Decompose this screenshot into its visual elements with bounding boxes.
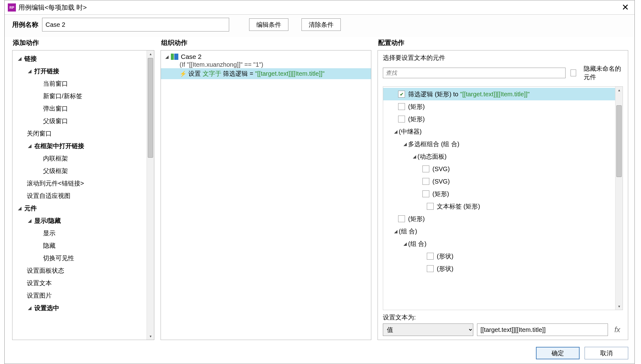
tree-scroll-to-anchor[interactable]: 滚动到元件<锚链接>	[14, 177, 154, 189]
chevron-down-icon[interactable]: ◢	[27, 140, 32, 152]
widget-rect-3[interactable]: (矩形)	[383, 188, 623, 200]
chevron-down-icon[interactable]: ◢	[17, 202, 22, 214]
value-type-select[interactable]: 值	[383, 323, 473, 336]
app-icon: RP	[8, 3, 16, 12]
widget-rect-1[interactable]: (矩形)	[383, 100, 623, 113]
case-name-label: Case 2	[181, 53, 202, 60]
checkbox-icon[interactable]	[427, 265, 434, 272]
fx-button[interactable]: fx	[612, 323, 623, 336]
cfg-scrollbar[interactable]: ▴ ▾	[615, 87, 623, 310]
chevron-down-icon[interactable]: ◢	[27, 214, 32, 227]
scroll-thumb[interactable]	[148, 58, 153, 158]
scroll-up-icon[interactable]: ▴	[615, 87, 623, 93]
hide-unnamed-label: 隐藏未命名的元件	[584, 65, 623, 81]
widget-dynamic-panel[interactable]: ◢(动态面板)	[383, 150, 623, 163]
widget-group-1[interactable]: ◢(组 合)	[383, 225, 623, 237]
set-text-label: 设置文本为:	[383, 313, 623, 322]
case-row[interactable]: ◢ Case 2	[161, 52, 371, 61]
widget-filter-logic[interactable]: 筛选逻辑 (矩形) to "[[target.text]][[Item.titl…	[383, 88, 623, 100]
widget-svg-1[interactable]: (SVG)	[383, 163, 623, 175]
checkbox-icon[interactable]	[422, 190, 429, 197]
action-row[interactable]: ⚡ 设置 文字于 筛选逻辑 = "[[target.text]][[Item.t…	[161, 68, 371, 79]
tree-hide[interactable]: 隐藏	[14, 239, 154, 252]
titlebar: RP 用例编辑<每项加载 时> ✕	[5, 0, 634, 14]
tree-adaptive-view[interactable]: 设置自适应视图	[14, 189, 154, 202]
tree-show-hide[interactable]: ◢ 显示/隐藏	[14, 214, 154, 227]
checkbox-icon[interactable]	[422, 178, 429, 185]
tree-set-text[interactable]: 设置文本	[14, 277, 154, 289]
widget-group-2[interactable]: ◢(组 合)	[383, 237, 623, 250]
scroll-thumb[interactable]	[616, 105, 622, 177]
col-config-action: 配置动作 选择要设置文本的元件 隐藏未命名的元件 筛选逻辑 (矩形) to "[…	[378, 37, 628, 340]
chevron-down-icon[interactable]: ◢	[402, 141, 408, 146]
scroll-down-icon[interactable]: ▾	[615, 303, 623, 310]
col3-header: 配置动作	[378, 37, 628, 50]
tree-link[interactable]: ◢ 链接	[14, 52, 154, 65]
clear-condition-button[interactable]: 清除条件	[301, 18, 341, 31]
widget-checkbox-group[interactable]: ◢多选框组合 (组 合)	[383, 138, 623, 150]
cfg-top: 选择要设置文本的元件 隐藏未命名的元件	[378, 50, 628, 84]
tree-popup[interactable]: 弹出窗口	[14, 102, 154, 115]
tree-parent-frame[interactable]: 父级框架	[14, 165, 154, 177]
widget-shape-2[interactable]: ◢(形状)	[383, 262, 623, 275]
case-name-input[interactable]	[42, 18, 229, 31]
tree-set-selected[interactable]: ◢ 设置选中	[14, 302, 154, 314]
col-add-action: 添加动作 ◢ 链接 ◢ 打开链接 当前窗口 新窗口/新标签 弹出窗口 父级窗口 …	[12, 37, 154, 340]
tree-widget[interactable]: ◢ 元件	[14, 202, 154, 214]
tree-toggle-visible[interactable]: 切换可见性	[14, 252, 154, 264]
tree-show[interactable]: 显示	[14, 227, 154, 239]
chevron-down-icon[interactable]: ◢	[27, 65, 32, 77]
widget-tree: 筛选逻辑 (矩形) to "[[target.text]][[Item.titl…	[383, 86, 623, 310]
widget-text-label[interactable]: ◢文本标签 (矩形)	[383, 200, 623, 213]
scroll-down-icon[interactable]: ▾	[147, 333, 154, 340]
edit-condition-button[interactable]: 编辑条件	[249, 18, 288, 31]
tree-inline-frame[interactable]: 内联框架	[14, 152, 154, 165]
tree-parent-window[interactable]: 父级窗口	[14, 115, 154, 127]
chevron-down-icon[interactable]: ◢	[411, 154, 417, 159]
col1-scrollbar[interactable]: ▴ ▾	[147, 50, 154, 340]
checkbox-icon[interactable]	[398, 91, 405, 98]
col-organize-action: 组织动作 ◢ Case 2 (If "[[Item.xuanzhong]]" =…	[161, 37, 371, 340]
widget-shape-1[interactable]: ◢(形状)	[383, 250, 623, 262]
widget-svg-2[interactable]: (SVG)	[383, 175, 623, 188]
chevron-down-icon[interactable]: ◢	[393, 229, 399, 234]
tree-set-panel-state[interactable]: 设置面板状态	[14, 264, 154, 277]
value-input[interactable]	[477, 323, 608, 336]
widget-rect-2[interactable]: (矩形)	[383, 113, 623, 125]
tree-current-window[interactable]: 当前窗口	[14, 77, 154, 90]
checkbox-icon[interactable]	[398, 103, 405, 110]
checkbox-icon[interactable]	[427, 203, 434, 210]
chevron-down-icon[interactable]: ◢	[393, 129, 399, 134]
chevron-down-icon[interactable]: ◢	[27, 302, 32, 314]
tree-close-window[interactable]: 关闭窗口	[14, 127, 154, 140]
checkbox-icon[interactable]	[398, 215, 405, 222]
org-tree: ◢ Case 2 (If "[[Item.xuanzhong]]" == "1"…	[161, 50, 371, 81]
checkbox-icon[interactable]	[427, 253, 434, 260]
tree-new-window[interactable]: 新窗口/新标签	[14, 90, 154, 102]
tree-open-link[interactable]: ◢ 打开链接	[14, 65, 154, 77]
ok-button[interactable]: 确定	[536, 347, 580, 359]
top-row: 用例名称 编辑条件 清除条件	[5, 14, 634, 37]
tree-open-in-frame[interactable]: ◢ 在框架中打开链接	[14, 140, 154, 152]
hide-unnamed-checkbox[interactable]	[571, 69, 576, 76]
col1-body: ◢ 链接 ◢ 打开链接 当前窗口 新窗口/新标签 弹出窗口 父级窗口 关闭窗口 …	[12, 50, 154, 340]
chevron-down-icon[interactable]: ◢	[165, 54, 171, 59]
widget-repeater[interactable]: ◢(中继器)	[383, 125, 623, 138]
chevron-down-icon[interactable]: ◢	[17, 52, 22, 65]
col1-header: 添加动作	[12, 37, 154, 50]
search-input[interactable]	[383, 68, 566, 78]
cancel-button[interactable]: 取消	[585, 347, 628, 359]
case-name-label: 用例名称	[12, 20, 38, 29]
checkbox-icon[interactable]	[422, 165, 429, 172]
columns: 添加动作 ◢ 链接 ◢ 打开链接 当前窗口 新窗口/新标签 弹出窗口 父级窗口 …	[5, 37, 634, 344]
tree-set-image[interactable]: 设置图片	[14, 289, 154, 302]
action-tree: ◢ 链接 ◢ 打开链接 当前窗口 新窗口/新标签 弹出窗口 父级窗口 关闭窗口 …	[12, 50, 154, 316]
scroll-up-icon[interactable]: ▴	[147, 50, 154, 57]
chevron-down-icon[interactable]: ◢	[402, 241, 408, 246]
col2-body: ◢ Case 2 (If "[[Item.xuanzhong]]" == "1"…	[161, 50, 371, 340]
checkbox-icon[interactable]	[398, 116, 405, 122]
window-title: 用例编辑<每项加载 时>	[18, 3, 619, 12]
widget-rect-4[interactable]: (矩形)	[383, 213, 623, 225]
close-button[interactable]: ✕	[619, 2, 631, 12]
case-condition: (If "[[Item.xuanzhong]]" == "1")	[161, 61, 371, 68]
